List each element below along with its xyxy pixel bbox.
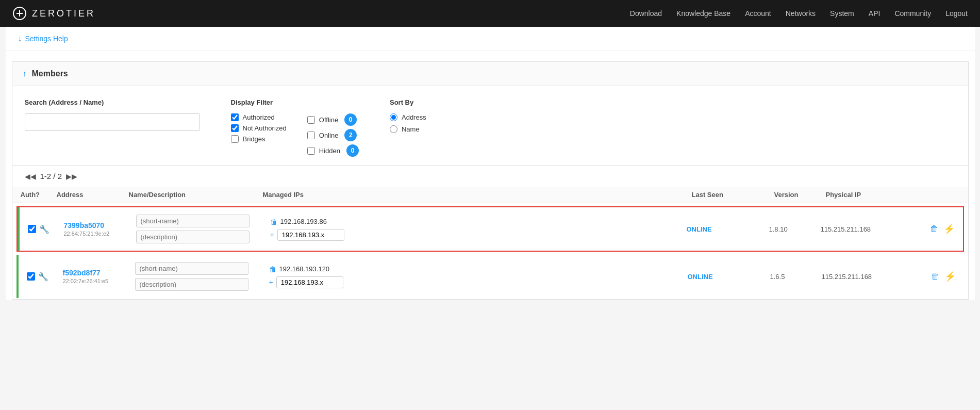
checkbox-col2: Offline 0 Online 2 <box>307 113 359 157</box>
bridges-checkbox[interactable] <box>231 135 239 143</box>
managed-ip-1: 192.168.193.86 <box>280 218 327 225</box>
wrench-icon-2[interactable]: 🔧 <box>38 272 48 282</box>
authorized-checkbox[interactable] <box>231 113 239 121</box>
name-cell-1 <box>136 215 270 243</box>
wrench-icon-1[interactable]: 🔧 <box>39 224 49 234</box>
ip-add-row-2: + <box>269 276 688 288</box>
last-seen-2: ONLINE <box>688 273 770 281</box>
col-version: Version <box>774 191 826 199</box>
short-name-input-1[interactable] <box>136 215 250 227</box>
authorized-checkbox-row[interactable]: Authorized <box>231 113 287 121</box>
display-filter-cols: Authorized Not Authorized Bridges <box>231 113 359 157</box>
pagination-bar: ◀◀ 1-2 / 2 ▶▶ <box>12 166 968 187</box>
auth-cell-2: 🔧 <box>27 272 63 282</box>
address-cell-2: f592bd8f77 22:02:7e:26:41:e5 <box>63 269 135 284</box>
nav-system[interactable]: System <box>830 9 854 18</box>
sort-by-label: Sort By <box>390 99 426 106</box>
display-filter-group: Display Filter Authorized Not Authorized <box>231 99 359 157</box>
description-input-1[interactable] <box>136 231 250 243</box>
sort-address-row[interactable]: Address <box>390 113 426 121</box>
ip-add-row-1: + <box>270 229 687 241</box>
address-mac-1: 22:84:75:21:9e:e2 <box>64 231 136 237</box>
online-label: Online <box>319 132 339 139</box>
ip-add-icon-1[interactable]: + <box>270 231 274 239</box>
sort-name-row[interactable]: Name <box>390 125 426 133</box>
online-checkbox[interactable] <box>307 132 315 139</box>
offline-checkbox-label[interactable]: Offline <box>307 116 338 124</box>
authorized-label: Authorized <box>243 113 275 121</box>
settings-help-bar: ↓ Settings Help <box>6 27 975 51</box>
zerotier-logo <box>12 6 27 21</box>
auth-checkbox-1[interactable] <box>28 225 36 233</box>
offline-checkbox[interactable] <box>307 116 315 124</box>
last-page-arrow[interactable]: ▶▶ <box>66 172 77 181</box>
sort-address-radio[interactable] <box>390 113 397 121</box>
col-actions <box>919 191 960 199</box>
not-authorized-checkbox[interactable] <box>231 124 239 132</box>
nav-account[interactable]: Account <box>745 9 771 18</box>
checkbox-col1: Authorized Not Authorized Bridges <box>231 113 287 157</box>
online-checkbox-label[interactable]: Online <box>307 132 339 139</box>
offline-label: Offline <box>319 116 338 124</box>
display-filter-label: Display Filter <box>231 99 359 106</box>
actions-cell-2: 🗑 ⚡ <box>915 271 956 282</box>
sort-by-group: Sort By Address Name <box>390 99 426 133</box>
sort-address-label: Address <box>402 113 426 121</box>
settings-icon-1[interactable]: ⚡ <box>943 223 955 235</box>
ip-input-1[interactable] <box>277 229 344 241</box>
nav-networks[interactable]: Networks <box>786 9 816 18</box>
nav-links: Download Knowledge Base Account Networks… <box>630 9 968 18</box>
ip-row-1: 🗑 192.168.193.86 <box>270 218 687 226</box>
settings-icon-2[interactable]: ⚡ <box>944 271 956 282</box>
last-seen-1: ONLINE <box>687 225 769 233</box>
members-title: Members <box>32 69 68 78</box>
first-page-arrow[interactable]: ◀◀ <box>25 172 36 181</box>
table-row: 🔧 f592bd8f77 22:02:7e:26:41:e5 🗑 192.168 <box>16 255 964 298</box>
delete-icon-1[interactable]: 🗑 <box>930 224 938 234</box>
hidden-checkbox[interactable] <box>307 147 315 155</box>
address-main-2: f592bd8f77 <box>63 269 135 277</box>
bridges-checkbox-row[interactable]: Bridges <box>231 135 287 143</box>
address-main-1: 7399ba5070 <box>64 221 136 229</box>
pagination-text: 1-2 / 2 <box>40 172 62 181</box>
sort-name-radio[interactable] <box>390 125 397 133</box>
auth-checkbox-2[interactable] <box>27 272 35 281</box>
hidden-label: Hidden <box>319 147 340 155</box>
address-cell-1: 7399ba5070 22:84:75:21:9e:e2 <box>64 221 136 237</box>
nav-download[interactable]: Download <box>630 9 662 18</box>
col-address: Address <box>57 191 129 199</box>
settings-help-link[interactable]: ↓ Settings Help <box>18 34 962 43</box>
main-content: ↓ Settings Help ↑ Members Search (Addres… <box>6 27 975 300</box>
members-header: ↑ Members <box>12 62 968 86</box>
version-2: 1.6.5 <box>770 273 822 281</box>
not-authorized-checkbox-row[interactable]: Not Authorized <box>231 124 287 132</box>
auth-cell-1: 🔧 <box>28 224 64 234</box>
delete-icon-2[interactable]: 🗑 <box>931 272 939 281</box>
nav-api[interactable]: API <box>869 9 881 18</box>
ip-input-2[interactable] <box>276 276 343 288</box>
search-input[interactable] <box>25 113 200 131</box>
members-arrow-icon: ↑ <box>23 69 27 78</box>
hidden-checkbox-label[interactable]: Hidden <box>307 147 340 155</box>
members-section: ↑ Members Search (Address / Name) Displa… <box>12 61 969 300</box>
ip-row-2: 🗑 192.168.193.120 <box>269 265 688 273</box>
nav-community[interactable]: Community <box>894 9 931 18</box>
bridges-label: Bridges <box>243 135 265 143</box>
sort-name-label: Name <box>402 125 420 133</box>
search-group: Search (Address / Name) <box>25 99 200 131</box>
nav-logout[interactable]: Logout <box>945 9 968 18</box>
description-input-2[interactable] <box>135 278 248 291</box>
ip-add-icon-2[interactable]: + <box>269 278 273 286</box>
settings-help-label: Settings Help <box>25 35 68 43</box>
nav-knowledge-base[interactable]: Knowledge Base <box>676 9 730 18</box>
ip-delete-icon-2[interactable]: 🗑 <box>269 265 276 273</box>
short-name-input-2[interactable] <box>135 262 248 275</box>
name-cell-2 <box>135 262 269 291</box>
physical-ip-2: 115.215.211.168 <box>822 273 915 281</box>
filter-bar: Search (Address / Name) Display Filter A… <box>12 86 968 166</box>
managed-ips-cell-1: 🗑 192.168.193.86 + <box>270 218 687 241</box>
online-badge: 2 <box>344 129 357 141</box>
navbar: ZEROTIER Download Knowledge Base Account… <box>0 0 980 27</box>
col-name: Name/Description <box>129 191 263 199</box>
ip-delete-icon-1[interactable]: 🗑 <box>270 218 277 226</box>
